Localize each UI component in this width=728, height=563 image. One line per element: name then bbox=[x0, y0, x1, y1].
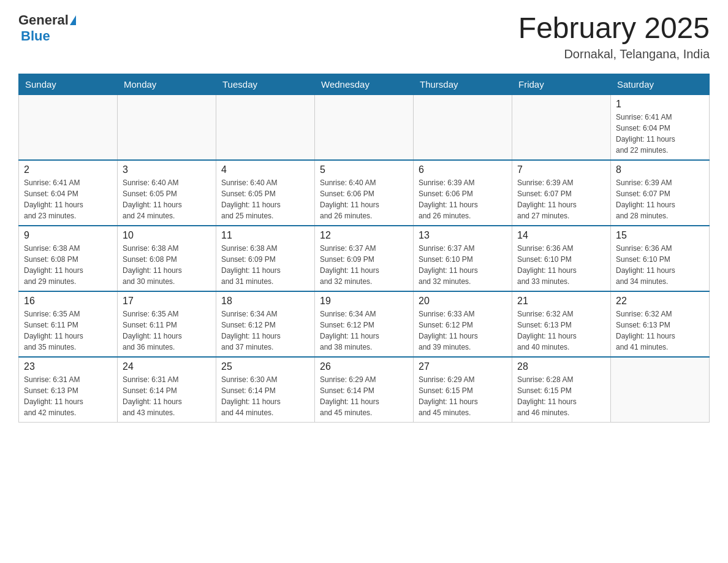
day-info: Sunrise: 6:32 AMSunset: 6:13 PMDaylight:… bbox=[616, 308, 704, 353]
day-number: 5 bbox=[320, 164, 408, 175]
day-number: 20 bbox=[419, 296, 507, 307]
day-number: 14 bbox=[517, 230, 605, 241]
day-info: Sunrise: 6:38 AMSunset: 6:08 PMDaylight:… bbox=[123, 243, 211, 287]
calendar-cell: 2Sunrise: 6:41 AMSunset: 6:04 PMDaylight… bbox=[19, 160, 118, 226]
day-of-week-header: Saturday bbox=[611, 74, 710, 94]
header: General Blue February 2025 Dornakal, Tel… bbox=[18, 12, 710, 61]
day-number: 18 bbox=[221, 296, 309, 307]
day-info: Sunrise: 6:31 AMSunset: 6:13 PMDaylight:… bbox=[24, 374, 112, 418]
day-number: 25 bbox=[221, 361, 309, 372]
calendar-cell bbox=[414, 94, 512, 160]
day-info: Sunrise: 6:32 AMSunset: 6:13 PMDaylight:… bbox=[517, 308, 605, 353]
calendar-cell: 23Sunrise: 6:31 AMSunset: 6:13 PMDayligh… bbox=[19, 357, 118, 423]
calendar-cell bbox=[118, 94, 216, 160]
calendar-cell: 26Sunrise: 6:29 AMSunset: 6:14 PMDayligh… bbox=[315, 357, 414, 423]
logo: General Blue bbox=[18, 12, 76, 44]
day-info: Sunrise: 6:34 AMSunset: 6:12 PMDaylight:… bbox=[320, 308, 408, 353]
day-info: Sunrise: 6:31 AMSunset: 6:14 PMDaylight:… bbox=[123, 374, 211, 418]
calendar-cell: 15Sunrise: 6:36 AMSunset: 6:10 PMDayligh… bbox=[611, 226, 710, 291]
calendar-cell: 8Sunrise: 6:39 AMSunset: 6:07 PMDaylight… bbox=[611, 160, 710, 226]
day-number: 12 bbox=[320, 230, 408, 241]
calendar-week-row: 23Sunrise: 6:31 AMSunset: 6:13 PMDayligh… bbox=[19, 357, 710, 423]
day-number: 21 bbox=[517, 296, 605, 307]
calendar-cell: 28Sunrise: 6:28 AMSunset: 6:15 PMDayligh… bbox=[512, 357, 611, 423]
day-number: 3 bbox=[123, 164, 211, 175]
day-info: Sunrise: 6:30 AMSunset: 6:14 PMDaylight:… bbox=[221, 374, 309, 418]
day-number: 19 bbox=[320, 296, 408, 307]
calendar-cell: 11Sunrise: 6:38 AMSunset: 6:09 PMDayligh… bbox=[216, 226, 315, 291]
day-info: Sunrise: 6:40 AMSunset: 6:05 PMDaylight:… bbox=[221, 177, 309, 221]
day-number: 23 bbox=[24, 361, 112, 372]
calendar-cell: 21Sunrise: 6:32 AMSunset: 6:13 PMDayligh… bbox=[512, 291, 611, 357]
calendar-cell: 13Sunrise: 6:37 AMSunset: 6:10 PMDayligh… bbox=[414, 226, 512, 291]
calendar-title: February 2025 bbox=[518, 12, 710, 45]
calendar-cell: 5Sunrise: 6:40 AMSunset: 6:06 PMDaylight… bbox=[315, 160, 414, 226]
calendar-cell bbox=[611, 357, 710, 423]
day-number: 8 bbox=[616, 164, 704, 175]
day-number: 16 bbox=[24, 296, 112, 307]
day-of-week-header: Sunday bbox=[19, 74, 118, 94]
day-info: Sunrise: 6:34 AMSunset: 6:12 PMDaylight:… bbox=[221, 308, 309, 353]
calendar-cell bbox=[216, 94, 315, 160]
calendar-header-row: SundayMondayTuesdayWednesdayThursdayFrid… bbox=[19, 74, 710, 94]
day-info: Sunrise: 6:39 AMSunset: 6:06 PMDaylight:… bbox=[419, 177, 507, 221]
day-number: 22 bbox=[616, 296, 704, 307]
calendar-cell: 14Sunrise: 6:36 AMSunset: 6:10 PMDayligh… bbox=[512, 226, 611, 291]
day-number: 7 bbox=[517, 164, 605, 175]
calendar-cell bbox=[19, 94, 118, 160]
day-number: 11 bbox=[221, 230, 309, 241]
calendar-cell bbox=[512, 94, 611, 160]
day-info: Sunrise: 6:38 AMSunset: 6:08 PMDaylight:… bbox=[24, 243, 112, 287]
calendar-cell: 4Sunrise: 6:40 AMSunset: 6:05 PMDaylight… bbox=[216, 160, 315, 226]
calendar-cell: 1Sunrise: 6:41 AMSunset: 6:04 PMDaylight… bbox=[611, 94, 710, 160]
day-info: Sunrise: 6:35 AMSunset: 6:11 PMDaylight:… bbox=[24, 308, 112, 353]
logo-general-text: General bbox=[18, 12, 69, 28]
logo-triangle-icon bbox=[70, 15, 76, 25]
day-info: Sunrise: 6:38 AMSunset: 6:09 PMDaylight:… bbox=[221, 243, 309, 287]
calendar-cell: 6Sunrise: 6:39 AMSunset: 6:06 PMDaylight… bbox=[414, 160, 512, 226]
day-info: Sunrise: 6:40 AMSunset: 6:05 PMDaylight:… bbox=[123, 177, 211, 221]
calendar-cell: 9Sunrise: 6:38 AMSunset: 6:08 PMDaylight… bbox=[19, 226, 118, 291]
day-number: 2 bbox=[24, 164, 112, 175]
day-number: 9 bbox=[24, 230, 112, 241]
day-of-week-header: Friday bbox=[512, 74, 611, 94]
day-info: Sunrise: 6:35 AMSunset: 6:11 PMDaylight:… bbox=[123, 308, 211, 353]
day-of-week-header: Monday bbox=[118, 74, 216, 94]
calendar-week-row: 16Sunrise: 6:35 AMSunset: 6:11 PMDayligh… bbox=[19, 291, 710, 357]
calendar-subtitle: Dornakal, Telangana, India bbox=[518, 47, 710, 61]
calendar-cell: 16Sunrise: 6:35 AMSunset: 6:11 PMDayligh… bbox=[19, 291, 118, 357]
day-info: Sunrise: 6:41 AMSunset: 6:04 PMDaylight:… bbox=[616, 112, 704, 156]
logo-blue-text: Blue bbox=[21, 28, 50, 44]
day-info: Sunrise: 6:36 AMSunset: 6:10 PMDaylight:… bbox=[616, 243, 704, 287]
day-info: Sunrise: 6:39 AMSunset: 6:07 PMDaylight:… bbox=[517, 177, 605, 221]
day-of-week-header: Wednesday bbox=[315, 74, 414, 94]
day-of-week-header: Thursday bbox=[414, 74, 512, 94]
calendar-cell: 20Sunrise: 6:33 AMSunset: 6:12 PMDayligh… bbox=[414, 291, 512, 357]
calendar-week-row: 1Sunrise: 6:41 AMSunset: 6:04 PMDaylight… bbox=[19, 94, 710, 160]
calendar-table: SundayMondayTuesdayWednesdayThursdayFrid… bbox=[18, 74, 710, 423]
day-info: Sunrise: 6:28 AMSunset: 6:15 PMDaylight:… bbox=[517, 374, 605, 418]
day-info: Sunrise: 6:33 AMSunset: 6:12 PMDaylight:… bbox=[419, 308, 507, 353]
day-number: 13 bbox=[419, 230, 507, 241]
calendar-week-row: 2Sunrise: 6:41 AMSunset: 6:04 PMDaylight… bbox=[19, 160, 710, 226]
day-number: 26 bbox=[320, 361, 408, 372]
day-info: Sunrise: 6:29 AMSunset: 6:14 PMDaylight:… bbox=[320, 374, 408, 418]
calendar-cell: 25Sunrise: 6:30 AMSunset: 6:14 PMDayligh… bbox=[216, 357, 315, 423]
title-area: February 2025 Dornakal, Telangana, India bbox=[518, 12, 710, 61]
day-number: 24 bbox=[123, 361, 211, 372]
day-number: 1 bbox=[616, 99, 704, 110]
day-number: 4 bbox=[221, 164, 309, 175]
day-info: Sunrise: 6:40 AMSunset: 6:06 PMDaylight:… bbox=[320, 177, 408, 221]
day-number: 27 bbox=[419, 361, 507, 372]
calendar-cell bbox=[315, 94, 414, 160]
calendar-cell: 19Sunrise: 6:34 AMSunset: 6:12 PMDayligh… bbox=[315, 291, 414, 357]
day-info: Sunrise: 6:41 AMSunset: 6:04 PMDaylight:… bbox=[24, 177, 112, 221]
day-info: Sunrise: 6:36 AMSunset: 6:10 PMDaylight:… bbox=[517, 243, 605, 287]
calendar-cell: 24Sunrise: 6:31 AMSunset: 6:14 PMDayligh… bbox=[118, 357, 216, 423]
day-info: Sunrise: 6:37 AMSunset: 6:09 PMDaylight:… bbox=[320, 243, 408, 287]
day-number: 6 bbox=[419, 164, 507, 175]
day-info: Sunrise: 6:29 AMSunset: 6:15 PMDaylight:… bbox=[419, 374, 507, 418]
day-number: 10 bbox=[123, 230, 211, 241]
day-of-week-header: Tuesday bbox=[216, 74, 315, 94]
calendar-cell: 17Sunrise: 6:35 AMSunset: 6:11 PMDayligh… bbox=[118, 291, 216, 357]
